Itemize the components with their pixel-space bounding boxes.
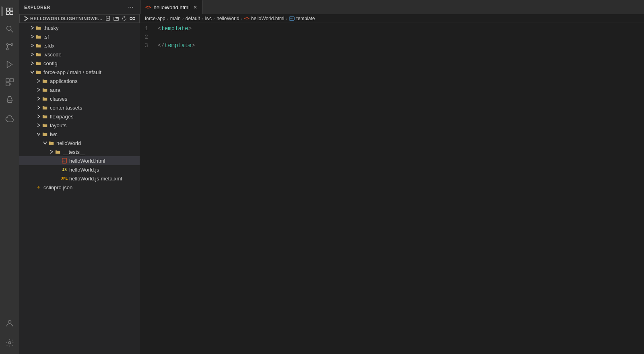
sidebar-more-button[interactable]: [127, 3, 135, 11]
activity-salesforce[interactable]: [2, 111, 18, 127]
folder-icon: [42, 78, 48, 84]
tree-item-vscode[interactable]: .vscode: [19, 50, 140, 59]
chevron-down-icon: [35, 131, 42, 137]
main-area: <> helloWorld.html force-app › main › de…: [140, 0, 644, 354]
breadcrumb-template[interactable]: template: [296, 16, 315, 21]
tree-item-aura[interactable]: aura: [19, 85, 140, 94]
folder-icon: [42, 95, 48, 102]
chevron-icon: [29, 33, 35, 40]
svg-point-18: [132, 7, 133, 8]
tree-item-label: helloWorld.js-meta.xml: [69, 176, 122, 182]
collapse-button[interactable]: [129, 15, 136, 22]
folder-icon: [35, 60, 42, 66]
tree-item-label: contentassets: [50, 105, 82, 111]
activity-settings[interactable]: [2, 335, 18, 351]
tab-helloworld-html[interactable]: <> helloWorld.html: [140, 0, 203, 14]
sidebar-actions: [127, 3, 135, 11]
activity-source-control[interactable]: [2, 39, 18, 55]
tree-item-label: cslinpro.json: [43, 184, 72, 190]
close-bracket-1: >: [188, 25, 192, 33]
svg-point-6: [6, 48, 8, 50]
svg-text:<>: <>: [62, 160, 65, 162]
breadcrumb-sep-2: ›: [182, 16, 184, 21]
breadcrumb-sep-3: ›: [202, 16, 203, 21]
tag-template-open: template: [161, 25, 188, 33]
tree-item-label: aura: [50, 87, 60, 93]
tree-item-applications[interactable]: applications: [19, 77, 140, 85]
chevron-icon: [29, 42, 35, 49]
code-editor[interactable]: <template> </template>: [156, 23, 644, 354]
breadcrumb-default[interactable]: default: [186, 16, 200, 21]
activity-extensions[interactable]: [2, 74, 18, 90]
refresh-button[interactable]: [121, 15, 128, 22]
tree-item-label: helloWorld.html: [69, 158, 105, 164]
open-bracket-1: <: [158, 25, 161, 33]
json-file-icon: ⚙: [35, 184, 42, 190]
activity-run[interactable]: [2, 56, 18, 72]
svg-point-16: [128, 7, 129, 8]
breadcrumb-sep-1: ›: [167, 16, 169, 21]
new-file-button[interactable]: [105, 15, 112, 22]
tree-item-helloworld-xml[interactable]: XML helloWorld.js-meta.xml: [19, 174, 140, 183]
tree-item-helloworld-folder[interactable]: helloWorld: [19, 139, 140, 147]
tree-item-label: helloWorld.js: [69, 167, 99, 173]
slash: /: [161, 41, 164, 50]
tree-item-layouts[interactable]: layouts: [19, 121, 140, 130]
chevron-icon: [35, 104, 42, 111]
tree-item-flexipages[interactable]: flexipages: [19, 112, 140, 121]
breadcrumb-sep-5: ›: [241, 16, 243, 21]
chevron-icon: [29, 25, 35, 31]
tree-item-sf[interactable]: .sf: [19, 32, 140, 41]
tree-item-contentassets[interactable]: contentassets: [19, 103, 140, 112]
svg-rect-1: [10, 8, 13, 11]
breadcrumb: force-app › main › default › lwc › hello…: [140, 14, 644, 23]
root-folder[interactable]: HELLOWORLDLIGHTNINGWE...: [19, 14, 140, 23]
folder-icon: [42, 104, 48, 111]
activity-search[interactable]: [2, 21, 18, 37]
breadcrumb-html-icon: <>: [244, 16, 250, 21]
svg-rect-13: [6, 83, 9, 86]
tab-file-icon: <>: [145, 4, 151, 10]
tree-item-helloworld-js[interactable]: JS helloWorld.js: [19, 165, 140, 174]
breadcrumb-sep-4: ›: [213, 16, 215, 21]
explorer-tree: .husky .sf: [19, 23, 140, 354]
sidebar-header: Explorer: [19, 0, 140, 14]
breadcrumb-force-app[interactable]: force-app: [145, 16, 165, 21]
breadcrumb-filename[interactable]: helloWorld.html: [251, 16, 284, 21]
tree-item-force-app[interactable]: force-app / main / default: [19, 68, 140, 77]
code-line-2: [156, 33, 644, 41]
tab-close-button[interactable]: [192, 4, 198, 10]
xml-file-icon: XML: [61, 175, 68, 182]
tree-item-tests[interactable]: __tests__: [19, 147, 140, 156]
tree-item-label: .sf: [43, 34, 49, 40]
folder-open-icon: [35, 69, 42, 75]
root-folder-name: HELLOWORLDLIGHTNINGWE...: [30, 16, 105, 21]
svg-rect-32: [289, 17, 294, 20]
breadcrumb-lwc[interactable]: lwc: [205, 16, 212, 21]
tree-item-sfdx[interactable]: .sfdx: [19, 41, 140, 50]
open-bracket-2: <: [158, 41, 161, 50]
folder-icon: [35, 51, 42, 58]
activity-explorer[interactable]: [2, 3, 18, 19]
new-folder-button[interactable]: [113, 15, 120, 22]
svg-rect-25: [133, 17, 135, 19]
tree-item-helloworld-html[interactable]: <> helloWorld.html: [19, 156, 140, 165]
chevron-icon: [48, 149, 55, 155]
tree-item-config[interactable]: config: [19, 59, 140, 68]
breadcrumb-sep-6: ›: [286, 16, 287, 21]
tabs-bar: <> helloWorld.html: [140, 0, 644, 14]
breadcrumb-template-icon: [289, 16, 295, 21]
activity-test[interactable]: [2, 92, 18, 108]
tree-item-label: force-app / main / default: [43, 69, 101, 75]
activity-accounts[interactable]: [2, 315, 18, 331]
tree-item-cslinpro-json[interactable]: ⚙ cslinpro.json: [19, 183, 140, 192]
chevron-icon: [35, 122, 42, 128]
breadcrumb-main[interactable]: main: [170, 16, 181, 21]
tree-item-classes[interactable]: classes: [19, 94, 140, 103]
svg-point-14: [8, 321, 11, 323]
editor-area: 1 2 3 <template> </template>: [140, 23, 644, 354]
breadcrumb-helloworld[interactable]: helloWorld: [217, 16, 239, 21]
tree-item-husky[interactable]: .husky: [19, 23, 140, 32]
svg-point-15: [8, 342, 11, 344]
tree-item-lwc[interactable]: lwc: [19, 130, 140, 139]
